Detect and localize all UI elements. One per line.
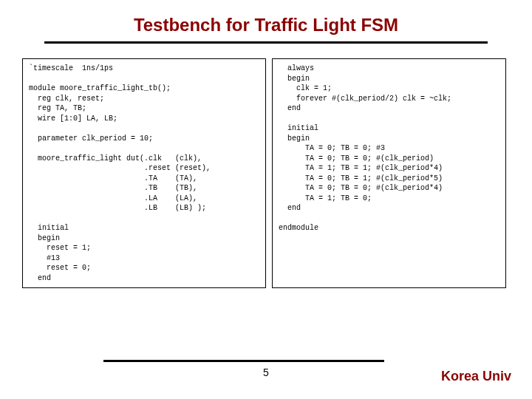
brand-label: Korea Univ [441,369,511,384]
code-columns: `timescale 1ns/1ps module moore_traffic_… [0,58,532,288]
slide-title: Testbench for Traffic Light FSM [0,0,532,41]
code-left: `timescale 1ns/1ps module moore_traffic_… [22,58,266,288]
code-right: always begin clk = 1; forever #(clk_peri… [272,58,506,288]
footer-divider [103,360,384,362]
page-number: 5 [263,366,269,378]
title-divider [44,41,488,44]
